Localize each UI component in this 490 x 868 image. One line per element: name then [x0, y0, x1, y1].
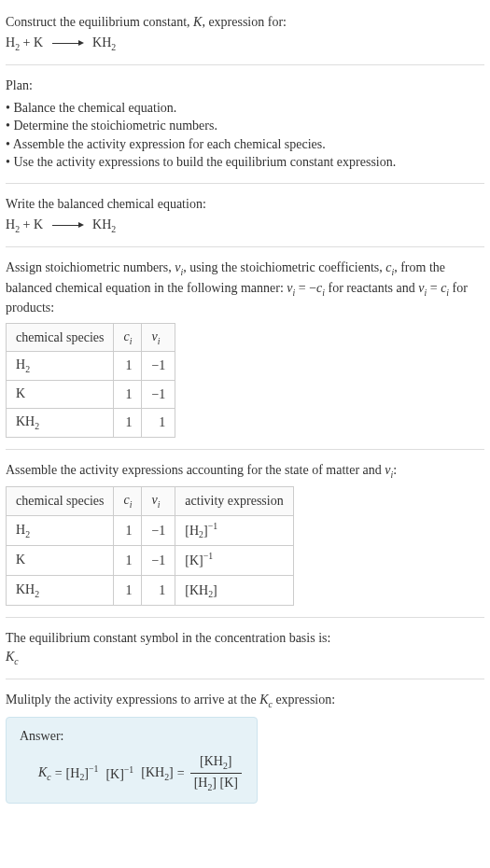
- col-ci: ci: [114, 487, 142, 516]
- assign-section: Assign stoichiometric numbers, νi, using…: [6, 253, 484, 443]
- col-activity: activity expression: [175, 487, 293, 516]
- symbol-section: The equilibrium constant symbol in the c…: [6, 623, 484, 673]
- table-header-row: chemical species ci νi: [7, 323, 175, 352]
- answer-label: Answer:: [20, 727, 244, 746]
- col-species: chemical species: [7, 323, 114, 352]
- answer-box: Answer: Kc = [H2]−1 [K]−1 [KH2] = [KH2] …: [6, 717, 258, 805]
- equals: =: [55, 764, 63, 783]
- cell-species: H2: [7, 352, 114, 381]
- cell-nu: 1: [142, 409, 175, 438]
- reactant-h2: H2: [6, 35, 20, 49]
- product-kh2: KH2: [92, 35, 116, 49]
- balanced-header: Write the balanced chemical equation:: [6, 195, 484, 214]
- term-kh2: [KH2]: [141, 763, 173, 784]
- activity-table: chemical species ci νi activity expressi…: [6, 486, 294, 606]
- equation-unbalanced: H2 + K KH2: [6, 34, 484, 54]
- nu-eq2: νi: [418, 281, 427, 295]
- nu-eq: νi: [287, 281, 295, 295]
- fraction: [KH2] [H2] [K]: [190, 752, 242, 793]
- multiply-section: Mulitply the activity expressions to arr…: [6, 685, 484, 809]
- assign-text: for reactants and: [325, 281, 418, 295]
- reactant-k: K: [34, 217, 43, 231]
- divider: [6, 449, 484, 450]
- plan-header: Plan:: [6, 77, 484, 95]
- cell-c: 1: [114, 515, 142, 545]
- k-symbol: K: [193, 15, 202, 29]
- plan-item: Determine the stoichiometric numbers.: [6, 117, 484, 135]
- cell-c: 1: [114, 409, 142, 438]
- arrow-icon: [52, 34, 84, 52]
- c-eq2: ci: [441, 281, 449, 295]
- term-k-inv: [K]−1: [105, 763, 133, 783]
- arrow-icon: [52, 216, 84, 234]
- table-row: KH2 1 1: [7, 409, 175, 438]
- plan-section: Plan: Balance the chemical equation. Det…: [6, 71, 484, 177]
- divider: [6, 679, 484, 679]
- divider: [6, 246, 484, 247]
- col-ci: ci: [114, 323, 142, 352]
- symbol-text: The equilibrium constant symbol in the c…: [6, 629, 484, 648]
- plan-list: Balance the chemical equation. Determine…: [6, 99, 484, 172]
- cell-c: 1: [114, 380, 142, 409]
- table-row: H2 1 −1 [H2]−1: [7, 515, 294, 545]
- nu-symbol: νi: [175, 260, 183, 274]
- cell-species: K: [7, 380, 114, 409]
- colon: :: [393, 463, 397, 477]
- cell-activity: [K]−1: [175, 545, 293, 575]
- plan-item: Assemble the activity expression for eac…: [6, 135, 484, 154]
- table-header-row: chemical species ci νi activity expressi…: [7, 487, 294, 516]
- cell-species: K: [7, 545, 114, 575]
- col-species: chemical species: [7, 487, 114, 516]
- cell-activity: [H2]−1: [175, 515, 293, 545]
- assign-text: Assign stoichiometric numbers,: [6, 260, 175, 274]
- product-kh2: KH2: [92, 217, 116, 231]
- multiply-text-end: expression:: [273, 693, 335, 707]
- fraction-denominator: [H2] [K]: [190, 773, 242, 794]
- kc-expression: Kc = [H2]−1 [K]−1 [KH2] = [KH2] [H2] [K]: [20, 752, 244, 793]
- nu-symbol: νi: [385, 463, 393, 477]
- cell-c: 1: [114, 576, 142, 606]
- activity-text: Assemble the activity expressions accoun…: [6, 463, 385, 477]
- c-symbol: ci: [385, 260, 394, 274]
- reactant-k: K: [34, 35, 43, 49]
- activity-section: Assemble the activity expressions accoun…: [6, 455, 484, 611]
- table-row: H2 1 −1: [7, 352, 175, 381]
- prompt-text: Construct the equilibrium constant,: [6, 15, 193, 29]
- equals: =: [177, 764, 185, 783]
- equation-balanced: H2 + K KH2: [6, 216, 484, 236]
- col-nui: νi: [142, 323, 175, 352]
- prompt-text-end: , expression for:: [202, 15, 287, 29]
- plus: +: [20, 217, 34, 231]
- prompt-section: Construct the equilibrium constant, K, e…: [6, 7, 484, 59]
- reactant-h2: H2: [6, 217, 20, 231]
- cell-nu: −1: [142, 545, 175, 575]
- table-row: K 1 −1 [K]−1: [7, 545, 294, 575]
- stoich-table: chemical species ci νi H2 1 −1 K 1 −1 KH…: [6, 323, 175, 438]
- cell-c: 1: [114, 352, 142, 381]
- cell-species: KH2: [7, 576, 114, 606]
- plan-item: Use the activity expressions to build th…: [6, 153, 484, 172]
- kc-symbol: Kc: [6, 648, 484, 668]
- multiply-text: Mulitply the activity expressions to arr…: [6, 693, 259, 707]
- cell-nu: 1: [142, 576, 175, 606]
- cell-nu: −1: [142, 352, 175, 381]
- eq-sign: = −: [295, 281, 316, 295]
- col-nui: νi: [142, 487, 175, 516]
- cell-activity: [KH2]: [175, 576, 293, 606]
- kc-lhs: Kc: [38, 763, 51, 784]
- assign-text: , using the stoichiometric coefficients,: [183, 260, 385, 274]
- table-row: K 1 −1: [7, 380, 175, 409]
- eq-sign2: =: [427, 281, 441, 295]
- divider: [6, 64, 484, 65]
- divider: [6, 183, 484, 184]
- c-eq: ci: [316, 281, 325, 295]
- cell-nu: −1: [142, 380, 175, 409]
- cell-species: H2: [7, 515, 114, 545]
- cell-c: 1: [114, 545, 142, 575]
- kc-inline: Kc: [259, 693, 273, 707]
- balanced-section: Write the balanced chemical equation: H2…: [6, 189, 484, 241]
- cell-species: KH2: [7, 409, 114, 438]
- term-h2-inv: [H2]−1: [66, 763, 99, 784]
- plus: +: [20, 35, 34, 49]
- table-row: KH2 1 1 [KH2]: [7, 576, 294, 606]
